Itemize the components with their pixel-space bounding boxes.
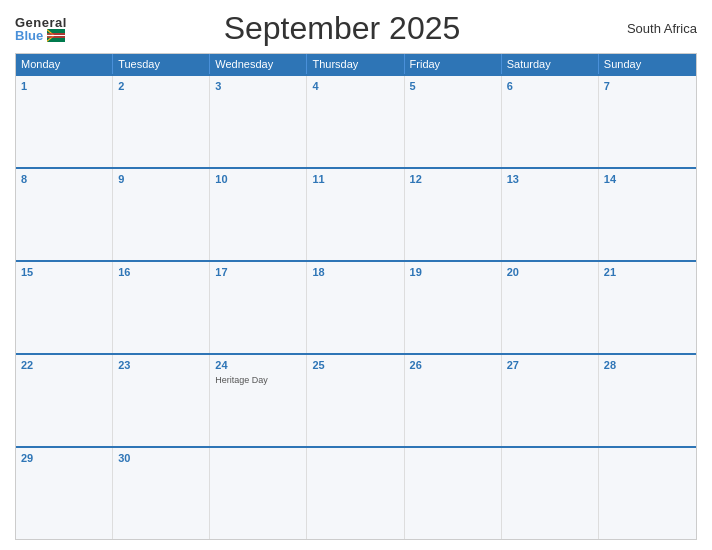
event-label: Heritage Day <box>215 375 301 385</box>
day-number: 23 <box>118 359 204 371</box>
week-row-4: 222324Heritage Day25262728 <box>16 353 696 446</box>
day-number: 25 <box>312 359 398 371</box>
day-number: 15 <box>21 266 107 278</box>
day-cell: 14 <box>599 169 696 260</box>
logo-general-text: General <box>15 16 67 29</box>
day-cell: 5 <box>405 76 502 167</box>
day-number: 13 <box>507 173 593 185</box>
day-cell: 18 <box>307 262 404 353</box>
day-header-sunday: Sunday <box>599 54 696 74</box>
country-label: South Africa <box>617 21 697 36</box>
day-cell: 15 <box>16 262 113 353</box>
day-cell: 26 <box>405 355 502 446</box>
svg-rect-7 <box>47 33 65 34</box>
day-number: 16 <box>118 266 204 278</box>
logo: General Blue <box>15 16 67 42</box>
day-cell: 11 <box>307 169 404 260</box>
day-cell: 16 <box>113 262 210 353</box>
day-number: 21 <box>604 266 691 278</box>
day-cell: 23 <box>113 355 210 446</box>
day-number: 17 <box>215 266 301 278</box>
day-cell: 4 <box>307 76 404 167</box>
logo-blue-text: Blue <box>15 29 65 42</box>
day-headers-row: MondayTuesdayWednesdayThursdayFridaySatu… <box>16 54 696 74</box>
day-cell: 25 <box>307 355 404 446</box>
day-number: 30 <box>118 452 204 464</box>
day-cell: 10 <box>210 169 307 260</box>
day-number: 27 <box>507 359 593 371</box>
day-cell <box>307 448 404 539</box>
svg-rect-8 <box>47 36 65 37</box>
day-cell: 17 <box>210 262 307 353</box>
day-number: 5 <box>410 80 496 92</box>
day-number: 3 <box>215 80 301 92</box>
day-number: 29 <box>21 452 107 464</box>
day-number: 22 <box>21 359 107 371</box>
day-header-monday: Monday <box>16 54 113 74</box>
day-number: 28 <box>604 359 691 371</box>
day-number: 26 <box>410 359 496 371</box>
day-cell: 19 <box>405 262 502 353</box>
day-number: 10 <box>215 173 301 185</box>
day-cell: 2 <box>113 76 210 167</box>
day-number: 12 <box>410 173 496 185</box>
day-number: 18 <box>312 266 398 278</box>
day-header-thursday: Thursday <box>307 54 404 74</box>
day-number: 14 <box>604 173 691 185</box>
day-cell: 6 <box>502 76 599 167</box>
day-cell: 21 <box>599 262 696 353</box>
calendar-grid: MondayTuesdayWednesdayThursdayFridaySatu… <box>15 53 697 540</box>
day-cell: 3 <box>210 76 307 167</box>
day-header-saturday: Saturday <box>502 54 599 74</box>
header: General Blue September 2025 South Africa <box>15 10 697 47</box>
day-number: 24 <box>215 359 301 371</box>
day-cell: 30 <box>113 448 210 539</box>
day-cell: 9 <box>113 169 210 260</box>
day-cell: 29 <box>16 448 113 539</box>
day-cell: 28 <box>599 355 696 446</box>
day-number: 6 <box>507 80 593 92</box>
week-row-5: 2930 <box>16 446 696 539</box>
week-row-2: 891011121314 <box>16 167 696 260</box>
day-number: 19 <box>410 266 496 278</box>
day-cell: 7 <box>599 76 696 167</box>
day-number: 7 <box>604 80 691 92</box>
day-header-tuesday: Tuesday <box>113 54 210 74</box>
week-row-1: 1234567 <box>16 74 696 167</box>
day-cell: 13 <box>502 169 599 260</box>
day-cell: 22 <box>16 355 113 446</box>
calendar-page: General Blue September 2025 South Africa <box>0 0 712 550</box>
day-cell: 12 <box>405 169 502 260</box>
day-number: 11 <box>312 173 398 185</box>
day-cell: 27 <box>502 355 599 446</box>
day-cell: 8 <box>16 169 113 260</box>
day-header-friday: Friday <box>405 54 502 74</box>
day-number: 2 <box>118 80 204 92</box>
day-cell: 20 <box>502 262 599 353</box>
day-cell: 24Heritage Day <box>210 355 307 446</box>
calendar-body: 123456789101112131415161718192021222324H… <box>16 74 696 539</box>
day-number: 9 <box>118 173 204 185</box>
day-cell: 1 <box>16 76 113 167</box>
day-cell <box>599 448 696 539</box>
day-cell <box>405 448 502 539</box>
day-number: 20 <box>507 266 593 278</box>
day-cell <box>502 448 599 539</box>
svg-rect-6 <box>47 34 65 35</box>
day-header-wednesday: Wednesday <box>210 54 307 74</box>
day-cell <box>210 448 307 539</box>
day-number: 4 <box>312 80 398 92</box>
day-number: 1 <box>21 80 107 92</box>
day-number: 8 <box>21 173 107 185</box>
week-row-3: 15161718192021 <box>16 260 696 353</box>
logo-flag-icon <box>47 29 65 42</box>
calendar-title: September 2025 <box>67 10 617 47</box>
